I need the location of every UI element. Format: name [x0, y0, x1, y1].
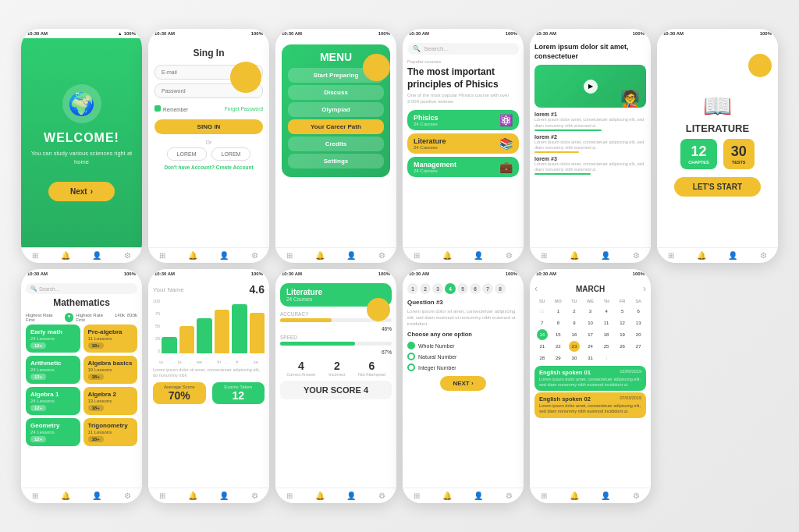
- nav-user-10[interactable]: 👤: [474, 491, 483, 500]
- cal-prev[interactable]: ‹: [534, 283, 538, 294]
- nav-bell-icon[interactable]: 🔔: [61, 251, 70, 260]
- cal-day-25[interactable]: 25: [601, 341, 612, 352]
- nav-gear-5[interactable]: ⚙: [633, 251, 640, 260]
- cal-day-19[interactable]: 19: [617, 329, 628, 340]
- nav-home-6[interactable]: ⊞: [668, 251, 674, 260]
- num-2[interactable]: 2: [420, 283, 431, 294]
- course-literature[interactable]: Literature 24 Courses 📚: [407, 133, 519, 154]
- option-1[interactable]: Whole Number: [407, 342, 519, 349]
- option-3[interactable]: Integer Number: [407, 364, 519, 371]
- nav-user-5[interactable]: 👤: [601, 251, 610, 260]
- nav-user-4[interactable]: 👤: [474, 251, 483, 260]
- num-3[interactable]: 3: [432, 283, 443, 294]
- nav-user-3[interactable]: 👤: [346, 251, 356, 260]
- radio-natural[interactable]: [407, 353, 415, 360]
- nav-gear-icon[interactable]: ⚙: [124, 251, 131, 260]
- nav-gear-7[interactable]: ⚙: [124, 491, 131, 500]
- nav-gear-8[interactable]: ⚙: [251, 491, 258, 500]
- nav-gear-11[interactable]: ⚙: [633, 491, 640, 500]
- math-search[interactable]: 🔍 Search...: [26, 283, 137, 294]
- nav-bell-4[interactable]: 🔔: [442, 251, 452, 260]
- menu-item-discuss[interactable]: Discuss: [288, 85, 384, 100]
- cal-day-28[interactable]: 28: [537, 353, 548, 364]
- nav-home-8[interactable]: ⊞: [159, 491, 165, 500]
- nav-bell-3[interactable]: 🔔: [315, 251, 325, 260]
- nav-home-5[interactable]: ⊞: [541, 251, 547, 260]
- math-card-geometry[interactable]: Geometry 24 Lessons 12+: [26, 418, 80, 446]
- nav-gear-9[interactable]: ⚙: [378, 491, 385, 500]
- cal-day-26[interactable]: 26: [617, 341, 628, 352]
- nav-gear-6[interactable]: ⚙: [760, 251, 767, 260]
- cal-day-22[interactable]: 22: [552, 341, 563, 352]
- radio-integer[interactable]: [407, 364, 415, 371]
- cal-day-30[interactable]: 30: [569, 353, 580, 364]
- cal-day-6[interactable]: 6: [633, 306, 644, 317]
- nav-home-10[interactable]: ⊞: [414, 491, 420, 500]
- article-video[interactable]: ▶ 🧑‍🏫: [534, 65, 646, 108]
- cal-day-29[interactable]: 29: [552, 353, 563, 364]
- cal-day-17[interactable]: 17: [584, 329, 595, 340]
- nav-bell-6[interactable]: 🔔: [697, 251, 706, 260]
- nav-home-3[interactable]: ⊞: [286, 251, 293, 260]
- nav-home-7[interactable]: ⊞: [32, 491, 38, 500]
- cal-day-2[interactable]: 2: [569, 306, 580, 317]
- nav-gear-10[interactable]: ⚙: [506, 491, 513, 500]
- cal-day-23-yellow[interactable]: 23: [569, 341, 580, 352]
- nav-gear-4[interactable]: ⚙: [506, 251, 513, 260]
- cal-day-15[interactable]: 15: [552, 329, 563, 340]
- create-account-link[interactable]: Create Account: [216, 165, 254, 170]
- option-2[interactable]: Natural Number: [407, 353, 519, 360]
- social-btn-2[interactable]: LOREM: [211, 147, 251, 161]
- menu-item-olympiad[interactable]: Olympiad: [288, 102, 384, 117]
- checkbox[interactable]: [154, 105, 161, 112]
- cal-day-7[interactable]: 7: [537, 317, 548, 328]
- num-7[interactable]: 7: [482, 283, 493, 294]
- cal-day-18[interactable]: 18: [601, 329, 612, 340]
- next-quiz-button[interactable]: NEXT ›: [440, 376, 485, 391]
- nav-bell-5[interactable]: 🔔: [570, 251, 579, 260]
- cal-day-20[interactable]: 20: [633, 329, 644, 340]
- nav-user-7[interactable]: 👤: [92, 491, 101, 500]
- cal-day-1[interactable]: 1: [552, 306, 563, 317]
- social-btn-1[interactable]: LOREM: [167, 147, 207, 161]
- nav-bell-9[interactable]: 🔔: [315, 491, 325, 500]
- nav-gear-2[interactable]: ⚙: [251, 251, 258, 260]
- cal-day-3[interactable]: 3: [584, 306, 595, 317]
- lets-start-button[interactable]: LET'S START: [674, 177, 761, 197]
- next-button[interactable]: Next ›: [48, 182, 115, 201]
- nav-bell-2[interactable]: 🔔: [188, 251, 197, 260]
- play-button[interactable]: ▶: [584, 80, 598, 94]
- nav-home-4[interactable]: ⊞: [414, 251, 420, 260]
- num-5[interactable]: 5: [457, 283, 468, 294]
- nav-user-6[interactable]: 👤: [728, 251, 737, 260]
- nav-user-11[interactable]: 👤: [601, 491, 610, 500]
- menu-item-credits[interactable]: Credits: [288, 137, 384, 151]
- nav-home-2[interactable]: ⊞: [159, 251, 165, 260]
- math-card-trigonometry[interactable]: Trigonometry 11 Lessons 18+: [83, 418, 138, 446]
- nav-bell-8[interactable]: 🔔: [188, 491, 197, 500]
- nav-bell-7[interactable]: 🔔: [61, 491, 70, 500]
- nav-bell-10[interactable]: 🔔: [442, 491, 452, 500]
- cal-day-14-today[interactable]: 14: [537, 329, 548, 340]
- num-4[interactable]: 4: [445, 283, 456, 294]
- num-1[interactable]: 1: [407, 283, 418, 294]
- math-card-arithmetic[interactable]: Arithmetic 24 Lessons 12+: [26, 356, 80, 384]
- nav-home-icon[interactable]: ⊞: [32, 251, 38, 260]
- nav-user-icon[interactable]: 👤: [92, 251, 101, 260]
- cal-day-11[interactable]: 11: [601, 317, 612, 328]
- cal-day-9[interactable]: 9: [569, 317, 580, 328]
- cal-day-31[interactable]: 31: [584, 353, 595, 364]
- course-phisics[interactable]: Phisics 24 Courses ⚛️: [407, 110, 519, 130]
- math-card-algebra2[interactable]: Algebra 2 13 Lessons 18+: [83, 387, 138, 415]
- cal-day-10[interactable]: 10: [584, 317, 595, 328]
- nav-bell-11[interactable]: 🔔: [570, 491, 579, 500]
- cal-day-13[interactable]: 13: [633, 317, 644, 328]
- nav-gear-3[interactable]: ⚙: [378, 251, 385, 260]
- nav-home-11[interactable]: ⊞: [541, 491, 547, 500]
- num-8[interactable]: 8: [495, 283, 506, 294]
- cal-day-24[interactable]: 24: [584, 341, 595, 352]
- math-card-early[interactable]: Early math 24 Lessons 12+: [26, 325, 80, 353]
- menu-item-settings[interactable]: Settings: [288, 154, 384, 168]
- nav-user-9[interactable]: 👤: [346, 491, 356, 500]
- radio-whole[interactable]: [407, 342, 415, 349]
